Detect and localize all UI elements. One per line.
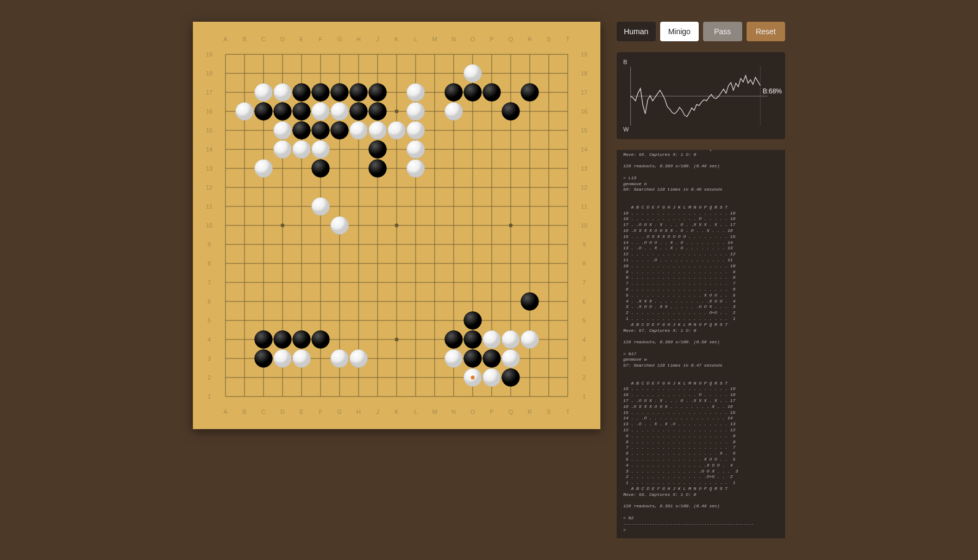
col-label: J: [374, 408, 381, 415]
black-stone: [274, 103, 292, 121]
white-stone: [331, 217, 349, 235]
black-stone: [312, 331, 330, 349]
row-label: 8: [205, 260, 213, 267]
col-label: N: [450, 408, 457, 415]
reset-button[interactable]: Reset: [747, 22, 786, 41]
black-stone: [445, 331, 463, 349]
row-label: 17: [580, 89, 588, 96]
black-stone: [350, 103, 368, 121]
col-label: K: [393, 408, 400, 415]
white-stone: [407, 103, 425, 121]
white-stone: [407, 141, 425, 159]
white-stone: [502, 350, 520, 368]
black-stone: [502, 103, 520, 121]
control-panel: Human Minigo Pass Reset B W B:68% 1 . . …: [617, 22, 785, 538]
svg-point-42: [395, 224, 399, 228]
white-stone: [274, 350, 292, 368]
col-label: P: [488, 408, 496, 415]
white-stone: [274, 84, 292, 102]
row-label: 17: [205, 89, 213, 96]
row-label: 15: [205, 127, 213, 134]
col-label: A: [222, 36, 229, 42]
minigo-button[interactable]: Minigo: [660, 22, 699, 41]
col-label: J: [374, 36, 381, 42]
black-stone: [293, 122, 311, 140]
col-label: E: [298, 408, 305, 415]
col-label: F: [317, 408, 324, 415]
white-stone: [350, 122, 368, 140]
row-label: 19: [580, 51, 588, 58]
col-label: C: [260, 408, 267, 415]
white-stone: [350, 350, 368, 368]
row-label: 16: [205, 108, 213, 115]
black-stone: [369, 160, 387, 178]
black-stone: [502, 369, 520, 387]
log-text: 1 . . . . . . . . . . . . . . . . . . . …: [623, 150, 754, 532]
row-label: 5: [205, 317, 213, 324]
col-label: K: [393, 36, 400, 42]
white-stone: [312, 141, 330, 159]
go-board[interactable]: AA1919BB1818CC1717DD1616EE1515FF1414GG13…: [193, 22, 600, 429]
row-label: 9: [580, 241, 588, 248]
col-label: H: [355, 36, 362, 42]
black-stone: [445, 84, 463, 102]
pass-button[interactable]: Pass: [703, 22, 742, 41]
white-stone: [369, 122, 387, 140]
row-label: 10: [580, 222, 588, 229]
black-stone: [464, 331, 482, 349]
black-stone: [464, 84, 482, 102]
row-label: 14: [205, 146, 213, 153]
row-label: 8: [580, 260, 588, 267]
white-stone: [445, 103, 463, 121]
black-stone: [369, 84, 387, 102]
row-label: 11: [580, 203, 588, 210]
black-stone: [521, 84, 539, 102]
row-label: 13: [205, 165, 213, 172]
black-stone: [255, 331, 273, 349]
col-label: T: [564, 36, 572, 42]
winrate-black-label: B: [623, 59, 627, 65]
col-label: M: [431, 36, 438, 42]
human-button[interactable]: Human: [617, 22, 656, 41]
col-label: S: [545, 408, 553, 415]
black-stone: [331, 84, 349, 102]
white-stone: [464, 65, 482, 83]
engine-log[interactable]: 1 . . . . . . . . . . . . . . . . . . . …: [617, 150, 785, 538]
row-label: 12: [580, 184, 588, 191]
row-label: 7: [580, 279, 588, 286]
col-label: Q: [507, 408, 515, 415]
black-stone: [483, 350, 501, 368]
black-stone: [483, 84, 501, 102]
board-canvas[interactable]: [193, 22, 600, 429]
winrate-chart: B W B:68%: [617, 52, 785, 139]
white-stone: [255, 160, 273, 178]
winrate-white-label: W: [623, 126, 629, 133]
row-label: 3: [205, 355, 213, 362]
black-stone: [331, 122, 349, 140]
row-label: 19: [205, 51, 213, 58]
white-stone: [312, 198, 330, 216]
black-stone: [255, 103, 273, 121]
row-label: 4: [205, 336, 213, 343]
row-label: 16: [580, 108, 588, 115]
black-stone: [312, 122, 330, 140]
row-label: 2: [205, 374, 213, 381]
button-row: Human Minigo Pass Reset: [617, 22, 785, 41]
col-label: D: [279, 36, 286, 42]
col-label: B: [241, 36, 248, 42]
white-stone: [331, 103, 349, 121]
row-label: 2: [580, 374, 588, 381]
white-stone: [388, 122, 406, 140]
white-stone: [445, 350, 463, 368]
winrate-line: [622, 61, 780, 131]
row-label: 1: [205, 393, 213, 400]
black-stone: [274, 331, 292, 349]
row-label: 5: [580, 317, 588, 324]
col-label: A: [222, 408, 229, 415]
white-stone: [274, 122, 292, 140]
col-label: G: [336, 408, 343, 415]
black-stone: [293, 103, 311, 121]
white-stone: [483, 331, 501, 349]
row-label: 9: [205, 241, 213, 248]
black-stone: [369, 141, 387, 159]
